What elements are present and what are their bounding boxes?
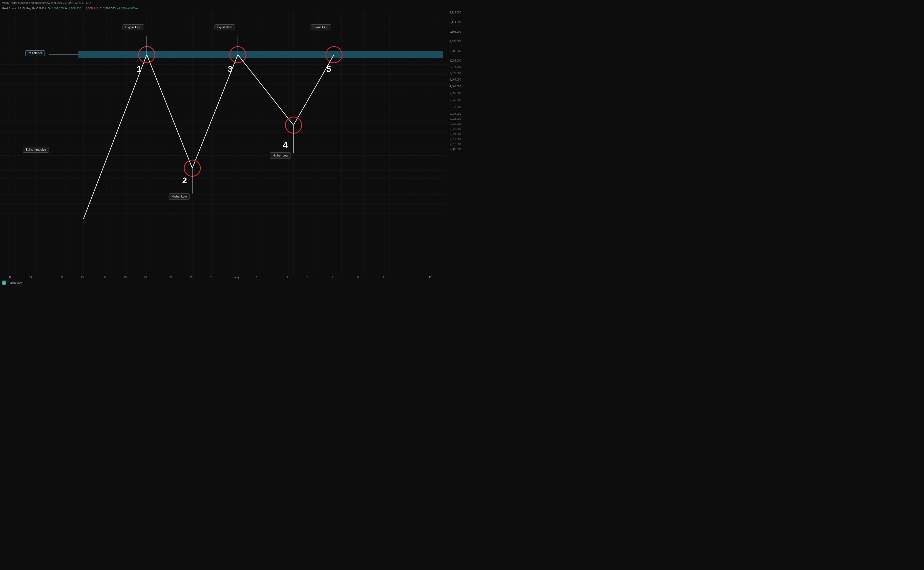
- top-bar: VasilyTrader published on TradingView.co…: [0, 0, 462, 6]
- price-tick-6: 2,077.000: [450, 66, 461, 68]
- resistance-band: [78, 51, 443, 58]
- price-tick-4: 2,090.000: [450, 50, 461, 52]
- time-tick-5: 5: [286, 276, 288, 279]
- high-label: H: [65, 7, 67, 10]
- time-tick-22: 22: [61, 276, 63, 279]
- price-bar: Gold Spot / U.S. Dollar, 1h, OANDA O 2,5…: [0, 6, 462, 11]
- time-tick-2: 2: [256, 276, 258, 279]
- price-tick-19: 2,013.000: [450, 143, 461, 146]
- wave-label-5: 5: [326, 64, 331, 74]
- price-tick-9: 2,061.000: [450, 85, 461, 88]
- open-label: O: [47, 7, 50, 10]
- tradingview-label: TradingView: [7, 281, 23, 284]
- time-tick-7: 7: [332, 276, 333, 279]
- price-tick-2: 2,106.000: [450, 31, 461, 33]
- wave-label-1: 1: [137, 64, 141, 74]
- time-tick-30: 30: [189, 276, 192, 279]
- change-value: +1.255 (+0.05%): [117, 7, 138, 10]
- price-tick-1: 2,114.000: [450, 21, 461, 23]
- time-tick-29: 29: [169, 276, 172, 279]
- price-tick-7: 2,072.000: [450, 72, 461, 75]
- price-tick-10: 2,055.000: [450, 92, 461, 95]
- low-value: 2,505.245: [86, 7, 98, 10]
- wave-label-2: 2: [182, 175, 187, 185]
- time-tick-19: 19: [29, 276, 32, 279]
- close-label: C: [100, 7, 102, 10]
- price-tick-13: 2,037.000: [450, 112, 461, 115]
- wave-line-0-1: [84, 55, 147, 219]
- chart-svg: 1 2 3 4 5: [0, 11, 447, 275]
- price-tick-20: 2,009.000: [450, 148, 461, 151]
- high-value: 2,508.830: [69, 7, 81, 10]
- time-tick-24: 24: [104, 276, 106, 279]
- low-label: L: [83, 7, 84, 10]
- tradingview-logo: TV TradingView: [2, 280, 23, 285]
- price-tick-18: 2,017.000: [450, 138, 461, 141]
- chart-container: VasilyTrader published on TradingView.co…: [0, 0, 462, 285]
- time-tick-9: 9: [383, 276, 384, 279]
- price-axis: USD 2,122.000 2,114.000 2,106.000 2,098.…: [447, 11, 462, 275]
- price-tick-8: 2,067.000: [450, 78, 461, 81]
- time-tick-31: 31: [210, 276, 212, 279]
- svg-text:TV: TV: [3, 282, 6, 284]
- price-tick-12: 2,043.000: [450, 106, 461, 108]
- time-tick-18: 18: [9, 276, 11, 279]
- time-axis: 18 19 22 23 24 25 26 29 30 31 Aug 2 5 6 …: [0, 275, 447, 285]
- price-tick-0: 2,122.000: [450, 11, 461, 14]
- time-tick-8: 8: [357, 276, 359, 279]
- price-tick-11: 2,049.000: [450, 99, 461, 101]
- wave-line-1-2: [147, 55, 192, 168]
- chart-area: 1 2 3 4 5 Resistance Hig: [0, 11, 447, 275]
- instrument-label: Gold Spot / U.S. Dollar, 1h, OANDA: [2, 7, 46, 10]
- price-tick-17: 2,021.000: [450, 133, 461, 135]
- close-value: 2,508.580: [103, 7, 116, 10]
- wave-line-3-4: [238, 55, 293, 125]
- open-value: 2,507.235: [51, 7, 64, 10]
- time-tick-23: 23: [81, 276, 84, 279]
- price-tick-3: 2,098.000: [450, 40, 461, 43]
- bottom-bar: TV TradingView: [0, 280, 24, 285]
- tv-icon: TV: [2, 280, 6, 285]
- publisher-text: VasilyTrader published on TradingView.co…: [2, 1, 91, 4]
- time-tick-6: 6: [307, 276, 308, 279]
- wave-label-3: 3: [228, 64, 232, 74]
- time-tick-aug: Aug: [234, 276, 239, 279]
- price-tick-14: 2,033.000: [450, 118, 461, 120]
- price-tick-16: 2,025.000: [450, 128, 461, 130]
- time-tick-25: 25: [124, 276, 127, 279]
- price-tick-5: 2,082.000: [450, 59, 461, 62]
- time-tick-26: 26: [144, 276, 147, 279]
- time-tick-12: 12: [429, 276, 431, 279]
- price-tick-15: 2,029.000: [450, 123, 461, 125]
- wave-label-4: 4: [283, 140, 288, 150]
